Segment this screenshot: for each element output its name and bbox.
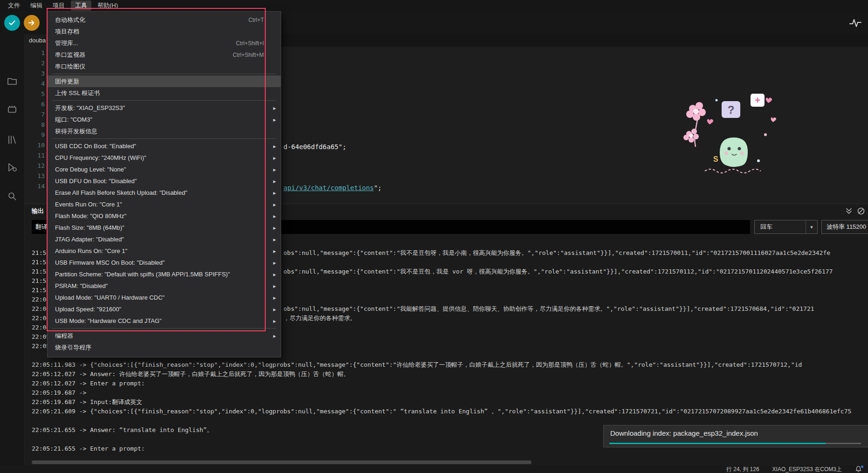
menu-tools[interactable]: 工具 [71, 0, 91, 11]
menu-item-label: USB Mode: "Hardware CDC and JTAG" [55, 317, 162, 324]
menu-item-label: 编程器 [55, 332, 73, 340]
upload-button[interactable] [24, 15, 40, 31]
clear-output-icon[interactable] [857, 207, 865, 215]
notifications-bell-icon[interactable] [855, 466, 862, 473]
menu-item-label: Partition Scheme: "Default with spiffs (… [55, 271, 230, 278]
menu-item[interactable]: 固件更新 [48, 75, 281, 87]
menu-item[interactable]: Erase All Flash Before Sketch Upload: "D… [48, 187, 281, 199]
menu-edit[interactable]: 编辑 [26, 0, 47, 11]
line-number: 14 [24, 183, 45, 193]
sketchbook-folder-icon[interactable] [7, 75, 18, 87]
menu-item-label: 开发板: "XIAO_ESP32S3" [55, 104, 125, 112]
line-number: 12 [24, 162, 45, 172]
menu-item[interactable]: JTAG Adapter: "Disabled"▸ [48, 233, 281, 245]
menu-item[interactable]: Upload Speed: "921600"▸ [48, 303, 281, 315]
menu-item-label: USB Firmware MSC On Boot: "Disabled" [55, 259, 165, 266]
submenu-arrow-icon: ▸ [270, 143, 276, 150]
download-progress-track [609, 443, 861, 444]
menu-item[interactable]: USB Mode: "Hardware CDC and JTAG"▸ [48, 315, 281, 327]
menu-item[interactable]: 串口监视器Ctrl+Shift+M [48, 49, 281, 61]
debug-icon[interactable] [7, 162, 18, 173]
cursor-position[interactable]: 行 24, 列 126 [726, 466, 759, 473]
line-number: 4 [24, 80, 45, 90]
menu-item-label: CPU Frequency: "240MHz (WiFi)" [55, 154, 146, 161]
menu-separator [52, 100, 276, 101]
code-fragment-url: api/v3/chat/completions"; [283, 183, 382, 193]
search-icon[interactable] [7, 191, 18, 202]
notification-text: Downloading index: package_esp32_index.j… [604, 425, 868, 437]
line-number: 8 [24, 121, 45, 131]
verify-button[interactable] [4, 15, 20, 31]
download-notification[interactable]: Downloading index: package_esp32_index.j… [603, 425, 868, 447]
menu-file[interactable]: 文件 [4, 0, 24, 11]
menu-item-label: JTAG Adapter: "Disabled" [55, 236, 124, 243]
menu-item-label: Flash Size: "8MB (64Mb)" [55, 224, 124, 231]
menu-item[interactable]: 项目存档 [48, 26, 281, 37]
menu-item-label: Upload Mode: "UART0 / Hardware CDC" [55, 294, 165, 301]
menu-item-label: PSRAM: "Disabled" [55, 282, 108, 289]
menu-item[interactable]: Flash Mode: "QIO 80MHz"▸ [48, 210, 281, 222]
submenu-arrow-icon: ▸ [270, 333, 276, 339]
menu-item[interactable]: Upload Mode: "UART0 / Hardware CDC"▸ [48, 292, 281, 303]
menu-separator [52, 138, 276, 139]
serial-plotter-icon[interactable] [848, 16, 862, 30]
menu-item[interactable]: 烧录引导程序 [48, 342, 281, 353]
menu-item-label: Events Run On: "Core 1" [55, 201, 122, 208]
decorative-sticker: ? + S [677, 91, 784, 177]
submenu-arrow-icon: ▸ [270, 318, 276, 324]
menu-item-label: 上传 SSL 根证书 [55, 89, 100, 97]
submenu-arrow-icon: ▸ [270, 236, 276, 243]
menu-item[interactable]: Arduino Runs On: "Core 1"▸ [48, 245, 281, 257]
tab-output[interactable]: 输出 [32, 204, 44, 218]
menu-item[interactable]: 自动格式化Ctrl+T [48, 14, 281, 26]
menu-item-label: USB CDC On Boot: "Enabled" [55, 143, 136, 150]
library-manager-icon[interactable] [7, 134, 18, 145]
menu-item[interactable]: 获得开发板信息 [48, 125, 281, 137]
menu-item[interactable]: 编程器▸ [48, 330, 281, 342]
line-ending-select[interactable]: 回车 ▾ [754, 220, 818, 234]
menu-item[interactable]: Core Debug Level: "None"▸ [48, 164, 281, 175]
check-icon [8, 19, 16, 27]
line-ending-value: 回车 [755, 220, 806, 233]
menu-item-label: USB DFU On Boot: "Disabled" [55, 178, 137, 185]
menu-item[interactable]: 串口绘图仪 [48, 61, 281, 72]
submenu-arrow-icon: ▸ [270, 105, 276, 111]
serial-output-line: 22:05:19.687 -> Input:翻译成英文 [32, 398, 868, 407]
menu-item[interactable]: Flash Size: "8MB (64Mb)"▸ [48, 222, 281, 233]
menu-help[interactable]: 帮助(H) [93, 0, 122, 11]
menu-item[interactable]: Events Run On: "Core 1"▸ [48, 199, 281, 210]
submenu-arrow-icon: ▸ [270, 178, 276, 185]
submenu-arrow-icon: ▸ [270, 117, 276, 123]
menu-item[interactable]: USB Firmware MSC On Boot: "Disabled"▸ [48, 257, 281, 268]
menu-item[interactable]: USB DFU On Boot: "Disabled"▸ [48, 175, 281, 187]
baud-rate-select[interactable]: 波特率 115200 [821, 220, 868, 234]
svg-text:+: + [755, 95, 760, 105]
svg-text:?: ? [728, 103, 735, 116]
board-port-status[interactable]: XIAO_ESP32S3 在COM3上 [772, 466, 842, 473]
menu-sketch[interactable]: 项目 [48, 0, 69, 11]
line-number: 9 [24, 131, 45, 142]
collapse-panel-icon[interactable] [845, 207, 853, 215]
code-url-link[interactable]: api/v3/chat/completions [283, 184, 374, 192]
tools-menu-items: 自动格式化Ctrl+T项目存档管理库...Ctrl+Shift+I串口监视器Ct… [48, 14, 281, 353]
menu-item-label: Erase All Flash Before Sketch Upload: "D… [55, 189, 187, 196]
line-number-gutter: 1234567891011121314 [24, 49, 45, 193]
menu-item[interactable]: Partition Scheme: "Default with spiffs (… [48, 268, 281, 280]
menu-item-label: 串口监视器 [55, 51, 85, 59]
menu-item[interactable]: USB CDC On Boot: "Enabled"▸ [48, 140, 281, 152]
menu-item[interactable]: 开发板: "XIAO_ESP32S3"▸ [48, 102, 281, 114]
menu-item[interactable]: 端口: "COM3"▸ [48, 114, 281, 125]
horizontal-scrollbar-thumb[interactable] [32, 460, 531, 464]
serial-output-line: 22:05:11.983 -> {"choices":[{"finish_rea… [32, 360, 868, 370]
menu-separator [52, 328, 276, 329]
menu-item[interactable]: CPU Frequency: "240MHz (WiFi)"▸ [48, 152, 281, 164]
boards-manager-icon[interactable] [7, 103, 18, 115]
serial-output-line: 22:05:12.027 -> Enter a prompt: [32, 379, 868, 388]
serial-output-line [32, 416, 868, 425]
menu-item[interactable]: 上传 SSL 根证书 [48, 87, 281, 99]
submenu-arrow-icon: ▸ [270, 260, 276, 266]
menu-item[interactable]: PSRAM: "Disabled"▸ [48, 280, 281, 292]
menu-item[interactable]: 管理库...Ctrl+Shift+I [48, 37, 281, 49]
menu-item-label: 烧录引导程序 [55, 343, 91, 352]
tools-dropdown-menu: 自动格式化Ctrl+T项目存档管理库...Ctrl+Shift+I串口监视器Ct… [47, 11, 281, 357]
